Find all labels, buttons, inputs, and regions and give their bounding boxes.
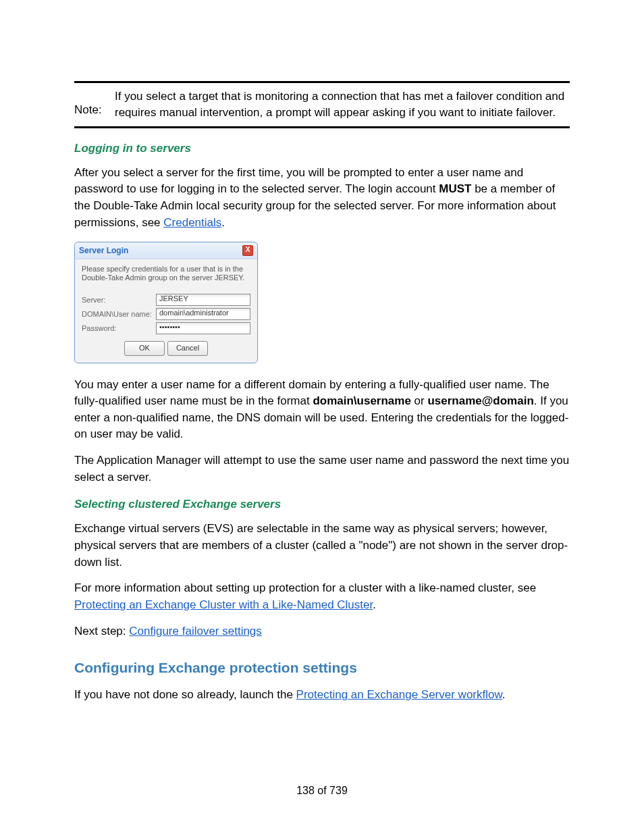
dialog-titlebar: Server Login X bbox=[75, 242, 257, 259]
cluster-link[interactable]: Protecting an Exchange Cluster with a Li… bbox=[74, 598, 373, 611]
h2-configuring: Configuring Exchange protection settings bbox=[74, 660, 570, 676]
must-emphasis: MUST bbox=[439, 182, 471, 195]
paragraph-next-step: Next step: Configure failover settings bbox=[74, 623, 570, 640]
configure-failover-link[interactable]: Configure failover settings bbox=[129, 625, 262, 637]
cancel-button[interactable]: Cancel bbox=[167, 341, 208, 356]
password-row: Password: •••••••• bbox=[82, 322, 250, 334]
username-row: DOMAIN\User name: domain\administrator bbox=[82, 308, 250, 320]
page-number: 138 of 739 bbox=[74, 785, 570, 797]
note-text: If you select a target that is monitorin… bbox=[115, 88, 570, 121]
server-login-dialog: Server Login X Please specify credential… bbox=[74, 242, 258, 363]
paragraph-login-intro: After you select a server for the first … bbox=[74, 165, 570, 232]
dialog-body: Please specify credentials for a user th… bbox=[75, 259, 257, 362]
section-heading-clustered: Selecting clustered Exchange servers bbox=[74, 498, 570, 511]
section-heading-logging-in: Logging in to servers bbox=[74, 142, 570, 155]
paragraph-launch-workflow: If you have not done so already, launch … bbox=[74, 687, 570, 704]
paragraph-fqn: You may enter a user name for a differen… bbox=[74, 377, 570, 444]
paragraph-reuse-creds: The Application Manager will attempt to … bbox=[74, 452, 570, 486]
text: For more information about setting up pr… bbox=[74, 581, 536, 594]
text: . bbox=[221, 216, 225, 229]
dialog-buttons: OK Cancel bbox=[82, 341, 250, 356]
server-row: Server: JERSEY bbox=[82, 294, 250, 306]
username-label: DOMAIN\User name: bbox=[82, 310, 156, 318]
close-icon[interactable]: X bbox=[242, 245, 253, 256]
text: . bbox=[502, 688, 506, 701]
note-box: Note: If you select a target that is mon… bbox=[74, 81, 570, 128]
domain-username-format: domain\username bbox=[313, 394, 411, 407]
paragraph-evs: Exchange virtual servers (EVS) are selec… bbox=[74, 521, 570, 571]
dialog-instruction: Please specify credentials for a user th… bbox=[82, 265, 250, 282]
paragraph-cluster-link: For more information about setting up pr… bbox=[74, 580, 570, 613]
password-input[interactable]: •••••••• bbox=[156, 322, 250, 334]
text: or bbox=[411, 394, 428, 407]
server-label: Server: bbox=[82, 296, 156, 304]
server-input[interactable]: JERSEY bbox=[156, 294, 250, 306]
credentials-link[interactable]: Credentials bbox=[163, 216, 221, 229]
text: . bbox=[373, 598, 376, 611]
username-domain-format: username@domain bbox=[427, 394, 533, 407]
username-input[interactable]: domain\administrator bbox=[156, 308, 250, 320]
password-label: Password: bbox=[82, 324, 156, 332]
note-label: Note: bbox=[74, 88, 115, 121]
ok-button[interactable]: OK bbox=[124, 341, 165, 356]
text: Next step: bbox=[74, 625, 129, 637]
dialog-title-text: Server Login bbox=[79, 246, 128, 255]
text: If you have not done so already, launch … bbox=[74, 688, 296, 701]
workflow-link[interactable]: Protecting an Exchange Server workflow bbox=[296, 688, 502, 701]
